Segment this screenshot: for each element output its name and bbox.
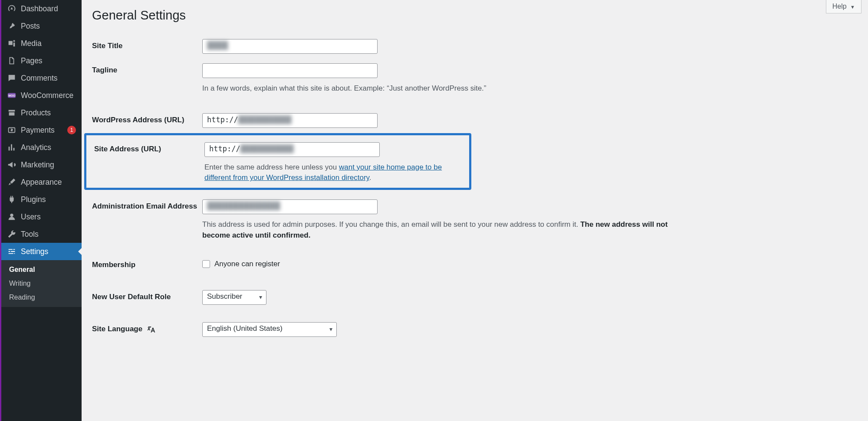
sidebar-item-marketing[interactable]: Marketing [1,156,82,173]
membership-check-label: Anyone can register [214,260,280,268]
sidebar-item-label: Appearance [21,178,76,187]
sidebar-item-label: Dashboard [21,4,76,13]
sidebar-item-label: Posts [21,22,76,31]
row-wp-url: WordPress Address (URL) http://█████████… [92,113,858,128]
woo-icon: WOO [7,91,16,100]
site-url-description: Enter the same address here unless you w… [204,162,469,183]
tagline-input[interactable] [202,63,378,78]
pin-icon [7,21,16,31]
admin-email-label: Administration Email Address [92,199,202,211]
payments-badge: 1 [67,126,76,134]
sidebar-item-appearance[interactable]: Appearance [1,173,82,191]
media-icon [7,39,16,48]
sidebar-item-users[interactable]: Users [1,208,82,225]
sidebar-item-label: Products [21,108,76,117]
sidebar-item-media[interactable]: Media [1,35,82,52]
sidebar-item-plugins[interactable]: Plugins [1,191,82,208]
submenu-item-reading[interactable]: Reading [1,290,82,304]
gauge-icon [7,4,16,13]
sidebar-item-woocommerce[interactable]: WOO WooCommerce [1,87,82,104]
sidebar-item-payments[interactable]: Payments 1 [1,121,82,139]
sidebar-item-label: Tools [21,230,76,239]
row-new-user-role: New User Default Role Subscriber [92,290,858,305]
sidebar-item-label: Analytics [21,143,76,152]
site-language-select[interactable]: English (United States) [202,322,337,337]
svg-point-3 [10,214,13,217]
new-user-role-select[interactable]: Subscriber [202,290,266,305]
sidebar-item-label: Users [21,212,76,222]
sliders-icon [7,247,16,256]
sidebar-item-label: Settings [21,247,76,256]
site-url-label: Site Address (URL) [94,142,204,153]
brush-icon [7,177,16,187]
sidebar-item-pages[interactable]: Pages [1,52,82,69]
bar-chart-icon [7,143,16,152]
wrench-icon [7,229,16,239]
svg-text:WOO: WOO [8,94,15,97]
admin-email-description: This address is used for admin purposes.… [202,219,671,241]
row-admin-email: Administration Email Address ███████████… [92,199,858,241]
plug-icon [7,195,16,204]
row-site-title: Site Title ████ [92,39,858,54]
comment-icon [7,73,16,83]
translate-icon [147,325,156,334]
sidebar-item-label: Marketing [21,160,76,170]
sidebar-item-products[interactable]: Products [1,104,82,121]
sidebar-item-label: Comments [21,74,76,83]
membership-label: Membership [92,258,202,269]
megaphone-icon [7,160,16,170]
admin-sidebar: Dashboard Posts Media Pages Comments WOO… [0,0,82,421]
sidebar-item-label: Payments [21,126,64,135]
sidebar-item-dashboard[interactable]: Dashboard [1,0,82,17]
new-user-role-label: New User Default Role [92,290,202,301]
sidebar-item-posts[interactable]: Posts [1,17,82,35]
page-icon [7,56,16,65]
main-content: Help ▼ General Settings Site Title ████ … [82,0,868,421]
row-tagline: Tagline In a few words, explain what thi… [92,63,858,94]
user-icon [7,212,16,222]
settings-submenu: General Writing Reading [1,260,82,307]
sidebar-item-tools[interactable]: Tools [1,225,82,243]
row-membership: Membership Anyone can register [92,258,858,269]
sidebar-item-comments[interactable]: Comments [1,69,82,87]
membership-check-row: Anyone can register [202,258,858,268]
sidebar-item-label: Media [21,39,76,48]
wp-url-label: WordPress Address (URL) [92,113,202,124]
sidebar-item-label: Pages [21,56,76,65]
site-url-highlight: Site Address (URL) http://████████████ E… [84,133,471,190]
dollar-icon [7,125,16,135]
tagline-label: Tagline [92,63,202,75]
submenu-item-general[interactable]: General [1,263,82,277]
wp-url-input[interactable]: http://████████████ [202,113,378,128]
site-title-label: Site Title [92,39,202,50]
archive-icon [7,108,16,117]
submenu-item-writing[interactable]: Writing [1,277,82,290]
sidebar-item-label: WooCommerce [21,91,76,100]
sidebar-item-analytics[interactable]: Analytics [1,139,82,156]
site-title-input[interactable]: ████ [202,39,378,54]
sidebar-item-settings[interactable]: Settings [1,243,82,260]
row-site-url: Site Address (URL) http://████████████ E… [94,142,469,183]
page-title: General Settings [92,8,858,23]
sidebar-item-label: Plugins [21,195,76,204]
admin-email-input[interactable]: ██████████████ [202,199,378,214]
site-url-input[interactable]: http://████████████ [204,142,380,157]
tagline-description: In a few words, explain what this site i… [202,83,671,94]
help-button[interactable]: Help ▼ [826,0,861,13]
chevron-down-icon: ▼ [850,4,855,10]
site-language-label: Site Language [92,322,202,334]
row-site-language: Site Language English (United States) [92,322,858,337]
help-label: Help [832,3,847,10]
membership-checkbox[interactable] [202,260,210,268]
